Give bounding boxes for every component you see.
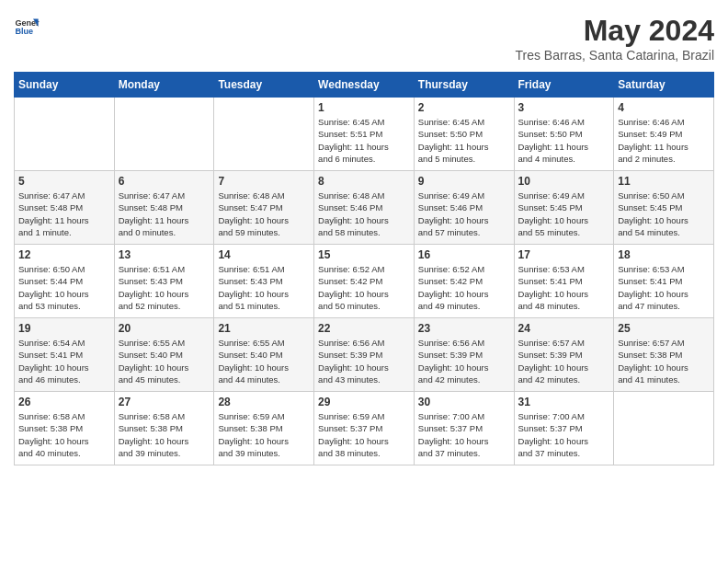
day-cell-20: 20Sunrise: 6:55 AM Sunset: 5:40 PM Dayli… xyxy=(114,318,214,392)
day-info: Sunrise: 7:00 AM Sunset: 5:37 PM Dayligh… xyxy=(418,410,510,459)
day-number: 17 xyxy=(518,248,610,261)
day-number: 9 xyxy=(418,175,510,188)
day-info: Sunrise: 6:45 AM Sunset: 5:50 PM Dayligh… xyxy=(418,116,510,165)
day-cell-8: 8Sunrise: 6:48 AM Sunset: 5:46 PM Daylig… xyxy=(314,171,415,245)
day-info: Sunrise: 6:46 AM Sunset: 5:50 PM Dayligh… xyxy=(518,116,610,165)
day-number: 18 xyxy=(618,248,710,261)
day-cell-13: 13Sunrise: 6:51 AM Sunset: 5:43 PM Dayli… xyxy=(114,245,214,318)
day-info: Sunrise: 6:56 AM Sunset: 5:39 PM Dayligh… xyxy=(418,337,510,385)
header: General Blue May 2024 Tres Barras, Santa… xyxy=(14,14,714,63)
day-info: Sunrise: 6:57 AM Sunset: 5:39 PM Dayligh… xyxy=(518,337,610,385)
header-cell-tuesday: Tuesday xyxy=(214,73,314,98)
day-cell-17: 17Sunrise: 6:53 AM Sunset: 5:41 PM Dayli… xyxy=(514,245,614,318)
day-info: Sunrise: 6:55 AM Sunset: 5:40 PM Dayligh… xyxy=(119,337,210,385)
day-cell-19: 19Sunrise: 6:54 AM Sunset: 5:41 PM Dayli… xyxy=(15,318,115,392)
day-cell-2: 2Sunrise: 6:45 AM Sunset: 5:50 PM Daylig… xyxy=(414,98,514,171)
day-info: Sunrise: 6:47 AM Sunset: 5:48 PM Dayligh… xyxy=(18,190,110,238)
day-cell-12: 12Sunrise: 6:50 AM Sunset: 5:44 PM Dayli… xyxy=(15,245,115,318)
header-cell-thursday: Thursday xyxy=(414,73,514,98)
header-cell-sunday: Sunday xyxy=(15,73,115,98)
header-row: SundayMondayTuesdayWednesdayThursdayFrid… xyxy=(15,73,714,98)
day-cell-15: 15Sunrise: 6:52 AM Sunset: 5:42 PM Dayli… xyxy=(314,245,415,318)
day-info: Sunrise: 6:46 AM Sunset: 5:49 PM Dayligh… xyxy=(618,116,710,165)
day-number: 1 xyxy=(318,101,410,114)
day-cell-6: 6Sunrise: 6:47 AM Sunset: 5:48 PM Daylig… xyxy=(114,171,214,245)
empty-cell xyxy=(214,98,314,171)
week-row-0: 1Sunrise: 6:45 AM Sunset: 5:51 PM Daylig… xyxy=(15,98,714,171)
empty-cell xyxy=(15,98,115,171)
day-info: Sunrise: 6:52 AM Sunset: 5:42 PM Dayligh… xyxy=(318,263,410,312)
title-area: May 2024 Tres Barras, Santa Catarina, Br… xyxy=(515,14,714,63)
calendar-table: SundayMondayTuesdayWednesdayThursdayFrid… xyxy=(14,72,714,465)
day-info: Sunrise: 6:53 AM Sunset: 5:41 PM Dayligh… xyxy=(618,263,710,312)
day-cell-10: 10Sunrise: 6:49 AM Sunset: 5:45 PM Dayli… xyxy=(514,171,614,245)
logo: General Blue xyxy=(14,14,40,40)
day-number: 21 xyxy=(218,322,310,335)
header-cell-wednesday: Wednesday xyxy=(314,73,415,98)
day-number: 5 xyxy=(18,175,110,188)
day-number: 30 xyxy=(418,396,510,408)
day-cell-28: 28Sunrise: 6:59 AM Sunset: 5:38 PM Dayli… xyxy=(214,392,314,465)
day-cell-27: 27Sunrise: 6:58 AM Sunset: 5:38 PM Dayli… xyxy=(114,392,214,465)
day-info: Sunrise: 6:55 AM Sunset: 5:40 PM Dayligh… xyxy=(218,337,310,385)
day-info: Sunrise: 6:50 AM Sunset: 5:44 PM Dayligh… xyxy=(18,263,110,312)
month-title: May 2024 xyxy=(515,14,714,48)
day-cell-7: 7Sunrise: 6:48 AM Sunset: 5:47 PM Daylig… xyxy=(214,171,314,245)
day-cell-21: 21Sunrise: 6:55 AM Sunset: 5:40 PM Dayli… xyxy=(214,318,314,392)
day-number: 14 xyxy=(218,248,310,261)
header-cell-friday: Friday xyxy=(514,73,614,98)
day-info: Sunrise: 6:53 AM Sunset: 5:41 PM Dayligh… xyxy=(518,263,610,312)
day-info: Sunrise: 6:50 AM Sunset: 5:45 PM Dayligh… xyxy=(618,190,710,238)
day-cell-23: 23Sunrise: 6:56 AM Sunset: 5:39 PM Dayli… xyxy=(414,318,514,392)
day-number: 26 xyxy=(18,396,110,408)
empty-cell xyxy=(114,98,214,171)
day-number: 28 xyxy=(218,396,310,408)
day-cell-26: 26Sunrise: 6:58 AM Sunset: 5:38 PM Dayli… xyxy=(15,392,115,465)
day-info: Sunrise: 6:47 AM Sunset: 5:48 PM Dayligh… xyxy=(119,190,210,238)
day-number: 7 xyxy=(218,175,310,188)
day-cell-5: 5Sunrise: 6:47 AM Sunset: 5:48 PM Daylig… xyxy=(15,171,115,245)
week-row-4: 26Sunrise: 6:58 AM Sunset: 5:38 PM Dayli… xyxy=(15,392,714,465)
header-cell-saturday: Saturday xyxy=(614,73,714,98)
day-number: 24 xyxy=(518,322,610,335)
day-number: 27 xyxy=(119,396,210,408)
day-number: 16 xyxy=(418,248,510,261)
day-info: Sunrise: 6:54 AM Sunset: 5:41 PM Dayligh… xyxy=(18,337,110,385)
day-cell-3: 3Sunrise: 6:46 AM Sunset: 5:50 PM Daylig… xyxy=(514,98,614,171)
day-info: Sunrise: 6:59 AM Sunset: 5:38 PM Dayligh… xyxy=(218,410,310,459)
day-info: Sunrise: 6:45 AM Sunset: 5:51 PM Dayligh… xyxy=(318,116,410,165)
day-cell-14: 14Sunrise: 6:51 AM Sunset: 5:43 PM Dayli… xyxy=(214,245,314,318)
day-info: Sunrise: 6:58 AM Sunset: 5:38 PM Dayligh… xyxy=(119,410,210,459)
day-cell-11: 11Sunrise: 6:50 AM Sunset: 5:45 PM Dayli… xyxy=(614,171,714,245)
day-info: Sunrise: 6:48 AM Sunset: 5:47 PM Dayligh… xyxy=(218,190,310,238)
day-cell-16: 16Sunrise: 6:52 AM Sunset: 5:42 PM Dayli… xyxy=(414,245,514,318)
day-info: Sunrise: 6:56 AM Sunset: 5:39 PM Dayligh… xyxy=(318,337,410,385)
day-info: Sunrise: 6:49 AM Sunset: 5:45 PM Dayligh… xyxy=(518,190,610,238)
empty-cell xyxy=(614,392,714,465)
day-number: 13 xyxy=(119,248,210,261)
day-number: 3 xyxy=(518,101,610,114)
day-cell-24: 24Sunrise: 6:57 AM Sunset: 5:39 PM Dayli… xyxy=(514,318,614,392)
day-number: 23 xyxy=(418,322,510,335)
header-cell-monday: Monday xyxy=(114,73,214,98)
day-number: 15 xyxy=(318,248,410,261)
svg-text:Blue: Blue xyxy=(15,27,33,36)
day-info: Sunrise: 6:58 AM Sunset: 5:38 PM Dayligh… xyxy=(18,410,110,459)
logo-icon: General Blue xyxy=(14,14,40,40)
day-number: 2 xyxy=(418,101,510,114)
day-info: Sunrise: 6:51 AM Sunset: 5:43 PM Dayligh… xyxy=(119,263,210,312)
day-cell-30: 30Sunrise: 7:00 AM Sunset: 5:37 PM Dayli… xyxy=(414,392,514,465)
day-number: 25 xyxy=(618,322,710,335)
day-info: Sunrise: 6:52 AM Sunset: 5:42 PM Dayligh… xyxy=(418,263,510,312)
day-cell-9: 9Sunrise: 6:49 AM Sunset: 5:46 PM Daylig… xyxy=(414,171,514,245)
day-cell-31: 31Sunrise: 7:00 AM Sunset: 5:37 PM Dayli… xyxy=(514,392,614,465)
day-cell-18: 18Sunrise: 6:53 AM Sunset: 5:41 PM Dayli… xyxy=(614,245,714,318)
day-cell-1: 1Sunrise: 6:45 AM Sunset: 5:51 PM Daylig… xyxy=(314,98,415,171)
day-number: 6 xyxy=(119,175,210,188)
day-number: 19 xyxy=(18,322,110,335)
day-info: Sunrise: 6:51 AM Sunset: 5:43 PM Dayligh… xyxy=(218,263,310,312)
day-number: 20 xyxy=(119,322,210,335)
day-number: 10 xyxy=(518,175,610,188)
day-info: Sunrise: 6:48 AM Sunset: 5:46 PM Dayligh… xyxy=(318,190,410,238)
day-info: Sunrise: 7:00 AM Sunset: 5:37 PM Dayligh… xyxy=(518,410,610,459)
